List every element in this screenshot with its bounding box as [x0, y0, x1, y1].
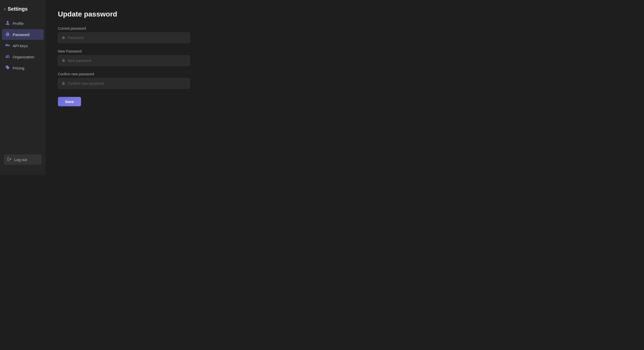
sidebar-title: Settings — [8, 6, 28, 12]
confirm-password-group: Confirm new password — [58, 72, 310, 89]
logout-label: Log out — [14, 158, 27, 162]
confirm-password-input-wrapper — [58, 78, 190, 89]
sidebar-item-api-keys[interactable]: API keys — [2, 40, 44, 51]
new-password-input[interactable] — [68, 56, 186, 66]
confirm-password-lock-icon — [62, 81, 65, 86]
current-password-group: Current password — [58, 26, 310, 43]
sidebar-item-profile-label: Profile — [13, 21, 24, 26]
sidebar: ‹ Settings Profile Password — [0, 0, 46, 175]
current-password-lock-icon — [62, 36, 65, 40]
logout-button[interactable]: Log out — [4, 154, 42, 165]
new-password-group: New Password — [58, 49, 310, 66]
sidebar-item-api-keys-label: API keys — [13, 44, 28, 48]
page-title: Update password — [58, 10, 310, 18]
current-password-input-wrapper — [58, 32, 190, 43]
sidebar-footer: Log out — [0, 150, 46, 169]
confirm-password-label: Confirm new password — [58, 72, 310, 76]
sidebar-item-organization-label: Organization — [13, 55, 34, 59]
confirm-password-input[interactable] — [68, 78, 186, 89]
back-icon[interactable]: ‹ — [4, 6, 6, 12]
main-content: Update password Current password New Pas… — [46, 0, 322, 175]
new-password-input-wrapper — [58, 55, 190, 66]
tag-icon — [5, 65, 10, 71]
group-icon — [5, 54, 10, 60]
lock-icon — [5, 32, 10, 37]
sidebar-item-password[interactable]: Password — [2, 29, 44, 40]
sidebar-header: ‹ Settings — [0, 6, 46, 18]
sidebar-item-pricing[interactable]: Pricing — [2, 63, 44, 73]
current-password-label: Current password — [58, 26, 310, 30]
new-password-label: New Password — [58, 49, 310, 53]
sidebar-item-profile[interactable]: Profile — [2, 18, 44, 29]
person-icon — [5, 21, 10, 26]
save-button[interactable]: Save — [58, 97, 81, 106]
new-password-lock-icon — [62, 59, 65, 63]
sidebar-item-organization[interactable]: Organization — [2, 51, 44, 62]
sidebar-item-pricing-label: Pricing — [13, 66, 24, 70]
current-password-input[interactable] — [68, 33, 186, 43]
sidebar-nav: Profile Password API keys — [0, 18, 46, 150]
logout-icon — [7, 157, 12, 162]
sidebar-item-password-label: Password — [13, 32, 29, 37]
key-icon — [5, 43, 10, 48]
